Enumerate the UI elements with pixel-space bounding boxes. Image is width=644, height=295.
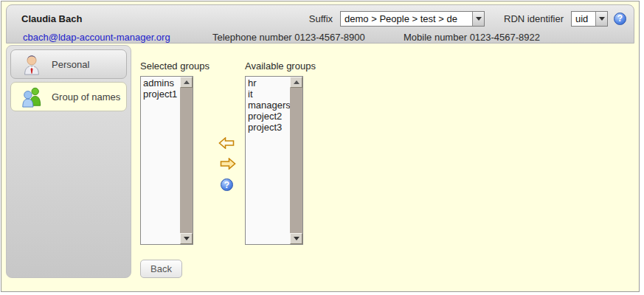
header-row-bottom: cbach@ldap-account-manager.org Telephone… xyxy=(7,32,634,44)
suffix-select-value: demo > People > test > de xyxy=(341,13,461,24)
scrollbar-track[interactable] xyxy=(290,88,302,233)
email-link[interactable]: cbach@ldap-account-manager.org xyxy=(23,32,170,43)
list-item[interactable]: admins xyxy=(141,77,180,88)
list-item[interactable]: project2 xyxy=(246,111,290,122)
suffix-select[interactable]: demo > People > test > de xyxy=(340,11,485,27)
scroll-up-icon[interactable] xyxy=(180,77,193,88)
help-icon[interactable]: ? xyxy=(614,13,626,25)
selected-groups-listbox[interactable]: adminsproject1 xyxy=(140,76,193,245)
telephone-number: Telephone number 0123-4567-8900 xyxy=(212,32,365,43)
person-icon xyxy=(21,53,43,75)
module-sidebar: Personal Group of names xyxy=(6,45,131,278)
selected-groups-items: adminsproject1 xyxy=(141,77,180,244)
list-item[interactable]: hr xyxy=(246,77,290,88)
scroll-down-icon[interactable] xyxy=(290,233,302,244)
scrollbar-track[interactable] xyxy=(180,88,193,233)
mobile-number: Mobile number 0123-4567-8922 xyxy=(404,32,540,43)
user-name: Claudia Bach xyxy=(21,13,82,24)
scrollbar xyxy=(180,77,193,244)
list-item[interactable]: managers xyxy=(246,100,290,111)
tab-personal-label: Personal xyxy=(52,59,89,70)
list-item[interactable]: project3 xyxy=(246,122,290,133)
suffix-label: Suffix xyxy=(309,13,333,24)
list-item[interactable]: it xyxy=(246,88,290,100)
list-item[interactable]: project1 xyxy=(141,88,180,100)
scrollbar xyxy=(290,77,302,244)
available-groups-listbox[interactable]: hritmanagersproject2project3 xyxy=(245,76,303,245)
group-icon xyxy=(21,86,43,108)
tab-personal[interactable]: Personal xyxy=(10,49,127,79)
selected-groups-label: Selected groups xyxy=(140,60,210,72)
move-left-arrow-icon[interactable] xyxy=(218,137,235,149)
tab-group-of-names[interactable]: Group of names xyxy=(10,82,127,111)
rdn-identifier-select[interactable]: uid xyxy=(571,11,608,27)
scroll-up-icon[interactable] xyxy=(290,77,302,88)
available-groups-items: hritmanagersproject2project3 xyxy=(246,77,290,244)
scroll-down-icon[interactable] xyxy=(180,233,193,244)
account-header: Claudia Bach Suffix demo > People > test… xyxy=(6,4,634,44)
tab-group-of-names-label: Group of names xyxy=(52,91,120,103)
available-groups-label: Available groups xyxy=(245,60,316,72)
page-container: Claudia Bach Suffix demo > People > test… xyxy=(1,1,640,292)
header-controls: Suffix demo > People > test > de RDN ide… xyxy=(309,11,626,27)
chevron-down-icon[interactable] xyxy=(472,12,484,26)
rdn-select-value: uid xyxy=(572,13,592,24)
chevron-down-icon[interactable] xyxy=(595,12,607,26)
move-right-arrow-icon[interactable] xyxy=(220,158,236,170)
help-icon[interactable]: ? xyxy=(221,178,233,191)
back-button[interactable]: Back xyxy=(140,260,182,278)
rdn-identifier-label: RDN identifier xyxy=(504,13,564,24)
header-row-top: Claudia Bach Suffix demo > People > test… xyxy=(7,10,634,27)
